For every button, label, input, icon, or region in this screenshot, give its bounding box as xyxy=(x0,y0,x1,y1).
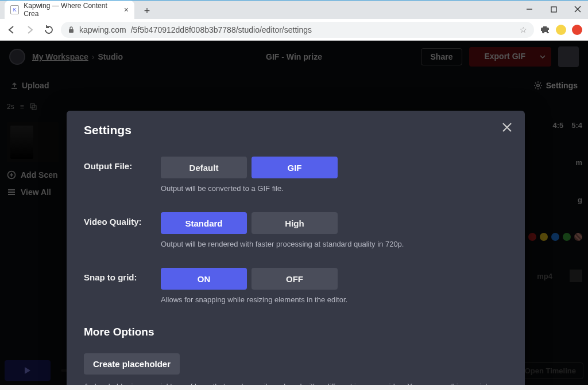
extension-yellow-icon[interactable] xyxy=(556,25,566,35)
address-bar[interactable]: kapwing.com/5f5b470912dd8f008b3b7788/stu… xyxy=(61,22,534,38)
star-icon[interactable]: ☆ xyxy=(520,25,527,34)
browser-tab[interactable]: K Kapwing — Where Content Crea × xyxy=(5,1,134,19)
extensions-icon[interactable] xyxy=(541,25,550,34)
snap-on[interactable]: ON xyxy=(161,268,247,290)
url-host: kapwing.com xyxy=(79,25,126,34)
output-file-desc: Output will be converted to a GIF file. xyxy=(161,184,338,193)
app-background: My Workspace › Studio GIF - Win prize Sh… xyxy=(0,41,588,385)
tab-title: Kapwing — Where Content Crea xyxy=(24,2,119,18)
reload-button[interactable] xyxy=(42,24,54,36)
new-tab-button[interactable]: + xyxy=(139,3,155,19)
video-quality-standard[interactable]: Standard xyxy=(161,212,247,234)
video-quality-desc: Output will be rendered with faster proc… xyxy=(161,240,404,248)
url-path: /5f5b470912dd8f008b3b7788/studio/editor/… xyxy=(131,25,312,34)
modal-title: Settings xyxy=(84,123,508,137)
video-quality-high[interactable]: High xyxy=(252,212,338,234)
snap-desc: Allows for snapping while resizing eleme… xyxy=(161,295,347,304)
output-file-label: Output File: xyxy=(84,157,152,171)
placeholder-description: A placeholder is a special type of layer… xyxy=(84,381,508,385)
modal-close-button[interactable] xyxy=(502,122,512,132)
tab-close-icon[interactable]: × xyxy=(124,5,129,14)
output-file-default[interactable]: Default xyxy=(161,157,247,178)
browser-chrome: K Kapwing — Where Content Crea × + kapwi… xyxy=(0,0,588,41)
close-icon xyxy=(502,122,512,132)
video-quality-label: Video Quality: xyxy=(84,212,152,227)
settings-modal: Settings Output File: Default GIF Output… xyxy=(67,111,525,385)
snap-off[interactable]: OFF xyxy=(252,268,338,290)
more-options-heading: More Options xyxy=(84,326,508,338)
create-placeholder-button[interactable]: Create placeholder xyxy=(84,353,180,375)
lock-icon xyxy=(68,26,75,33)
favicon-icon: K xyxy=(10,5,19,14)
snap-label: Snap to grid: xyxy=(84,268,152,282)
forward-button[interactable] xyxy=(24,24,36,36)
output-file-gif[interactable]: GIF xyxy=(252,157,338,178)
extension-red-icon[interactable] xyxy=(572,25,582,35)
svg-rect-4 xyxy=(69,29,74,33)
back-button[interactable] xyxy=(6,24,17,36)
